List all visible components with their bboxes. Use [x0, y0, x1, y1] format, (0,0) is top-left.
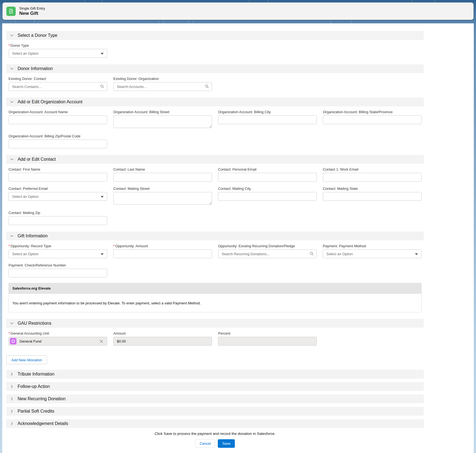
section-header-gau-restrictions[interactable]: GAU Restrictions: [6, 319, 424, 328]
save-button[interactable]: Save: [218, 439, 235, 448]
field-contact-mailing-state: Contact: Mailing State: [323, 187, 422, 206]
section-header-acknowledgement-details[interactable]: Acknowledgement Details: [6, 419, 424, 428]
org-account-name-input[interactable]: [9, 115, 107, 124]
recurring-donation-lookup: [218, 249, 317, 258]
field-opportunity-record-type: *Opportunity: Record Type Select an Opti…: [9, 244, 107, 258]
org-billing-street-textarea[interactable]: [113, 115, 212, 128]
app-label: Single Gift Entry: [19, 6, 45, 11]
combobox-caret-icon: [101, 194, 104, 199]
section-body-contact: Contact: First Name Contact: Last Name C…: [9, 167, 422, 225]
contact-mailing-city-label: Contact: Mailing City: [218, 187, 317, 191]
opportunity-amount-label: *Opportunity: Amount: [113, 244, 212, 248]
existing-org-label: Existing Donor: Organization: [113, 77, 212, 81]
field-org-billing-state: Organization Account: Billing State/Prov…: [323, 110, 422, 129]
field-allocation-percent: Percent: [218, 331, 317, 346]
section-header-donor-information[interactable]: Donor Information: [6, 64, 424, 73]
section-header-partial-soft-credits[interactable]: Partial Soft Credits: [6, 407, 424, 416]
gau-lookup-field[interactable]: General Fund: [9, 337, 107, 346]
remove-gau-icon[interactable]: [99, 339, 104, 344]
field-contact-mailing-city: Contact: Mailing City: [218, 187, 317, 206]
section-title: Partial Soft Credits: [18, 409, 54, 414]
cancel-button[interactable]: Cancel: [195, 439, 215, 448]
record-type-label: *Opportunity: Record Type: [9, 244, 107, 248]
section-body-gau-restrictions: *General Accounting Unit General Fund Am…: [9, 331, 422, 346]
org-billing-city-label: Organization Account: Billing City: [218, 110, 317, 114]
combobox-caret-icon: [101, 251, 104, 256]
field-contact-mailing-zip: Contact: Mailing Zip: [9, 211, 107, 225]
donor-type-combobox[interactable]: Select an Option: [9, 49, 107, 58]
section-title: Acknowledgement Details: [18, 421, 68, 426]
required-asterisk: *: [113, 244, 115, 248]
account-search-input[interactable]: [113, 82, 212, 91]
contact-work-email-input[interactable]: [323, 173, 422, 182]
section-header-follow-up-action[interactable]: Follow-up Action: [6, 382, 424, 391]
section-header-tribute-information[interactable]: Tribute Information: [6, 370, 424, 379]
contact-search-input[interactable]: [9, 82, 107, 91]
payment-method-combobox[interactable]: Select an Option: [323, 249, 422, 258]
field-org-account-name: Organization Account: Account Name: [9, 110, 107, 129]
donor-type-label: *Donor Type: [9, 43, 107, 48]
section-title: Gift Information: [18, 234, 48, 238]
field-org-billing-zip: Organization Account: Billing Zip/Postal…: [9, 134, 107, 148]
existing-contact-label: Existing Donor: Contact: [9, 77, 107, 81]
field-contact-personal-email: Contact: Personal Email: [218, 167, 317, 182]
org-billing-zip-input[interactable]: [9, 140, 107, 148]
org-billing-city-input[interactable]: [218, 115, 317, 124]
section-title: Follow-up Action: [18, 384, 50, 389]
allocation-percent-label: Percent: [218, 331, 317, 336]
elevate-title: Salesforce.org Elevate: [9, 283, 421, 294]
org-billing-state-input[interactable]: [323, 115, 422, 124]
allocation-amount-input: [113, 337, 212, 346]
section-header-organization-account[interactable]: Add or Edit Organization Account: [6, 98, 424, 106]
contact-last-name-input[interactable]: [113, 173, 212, 182]
contact-work-email-label: Contact 1: Work Email: [323, 167, 422, 172]
recurring-donation-search-input[interactable]: [218, 249, 317, 258]
section-title: New Recurring Donation: [18, 396, 65, 401]
contact-personal-email-input[interactable]: [218, 173, 317, 182]
page-header-card: Single Gift Entry New Gift: [2, 2, 474, 20]
add-new-allocation-button[interactable]: Add New Allocation: [6, 355, 47, 364]
contact-first-name-input[interactable]: [9, 173, 107, 182]
opportunity-amount-input[interactable]: [113, 249, 212, 258]
org-billing-street-label: Organization Account: Billing Street: [113, 110, 212, 114]
chevron-right-icon: [10, 422, 14, 426]
allocation-amount-label: Amount: [113, 331, 212, 336]
section-header-donor-type[interactable]: Select a Donor Type: [6, 31, 424, 40]
contact-lookup: [9, 82, 107, 91]
elevate-widget: Salesforce.org Elevate You aren't enteri…: [9, 283, 422, 312]
combobox-caret-icon: [101, 51, 104, 56]
section-header-new-recurring-donation[interactable]: New Recurring Donation: [6, 394, 424, 403]
header-text: Single Gift Entry New Gift: [19, 6, 45, 16]
check-reference-input[interactable]: [9, 269, 107, 277]
contact-mailing-state-input[interactable]: [323, 192, 422, 201]
section-body-organization-account: Organization Account: Account Name Organ…: [9, 110, 422, 148]
search-icon: [310, 252, 314, 256]
search-icon: [205, 84, 209, 88]
section-header-contact[interactable]: Add or Edit Contact: [6, 155, 424, 164]
save-help-text: Click Save to process the payment and re…: [6, 432, 424, 436]
section-header-gift-information[interactable]: Gift Information: [6, 232, 424, 240]
field-contact-mailing-street: Contact: Mailing Street: [113, 187, 212, 206]
record-type-combobox[interactable]: Select an Option: [9, 249, 107, 258]
contact-personal-email-label: Contact: Personal Email: [218, 167, 317, 172]
chevron-right-icon: [10, 385, 14, 388]
preferred-email-combobox[interactable]: Select an Option: [9, 192, 107, 201]
contact-first-name-label: Contact: First Name: [9, 167, 107, 172]
footer-buttons: Cancel Save: [6, 439, 424, 448]
section-title: GAU Restrictions: [18, 321, 51, 326]
field-existing-donor-organization: Existing Donor: Organization: [113, 77, 212, 91]
gau-selected-value: General Fund: [20, 339, 99, 343]
field-general-accounting-unit: *General Accounting Unit General Fund: [9, 331, 107, 346]
contact-mailing-city-input[interactable]: [218, 192, 317, 201]
search-icon: [100, 84, 104, 88]
contact-mailing-zip-input[interactable]: [9, 216, 107, 225]
contact-mailing-street-textarea[interactable]: [113, 192, 212, 205]
chevron-down-icon: [10, 67, 14, 71]
chevron-down-icon: [10, 234, 14, 238]
combobox-caret-icon: [415, 251, 418, 256]
field-contact-preferred-email: Contact: Preferred Email Select an Optio…: [9, 187, 107, 206]
field-contact-work-email: Contact 1: Work Email: [323, 167, 422, 182]
field-opportunity-amount: *Opportunity: Amount: [113, 244, 212, 258]
page-title: New Gift: [19, 11, 45, 16]
field-check-reference-number: Payment: Check/Reference Number: [9, 263, 107, 277]
